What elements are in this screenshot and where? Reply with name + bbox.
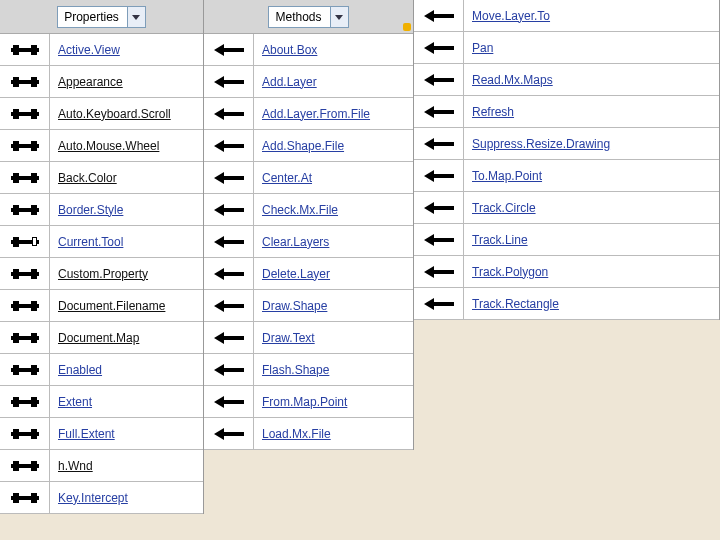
member-link[interactable]: Document.Filename [58,299,165,313]
member-link[interactable]: Track.Polygon [472,265,548,279]
svg-marker-17 [424,74,454,86]
member-link[interactable]: Key.Intercept [58,491,128,505]
svg-marker-10 [214,300,244,312]
member-link[interactable]: Suppress.Resize.Drawing [472,137,610,151]
label-cell: Extent [50,386,203,417]
member-link[interactable]: Add.Shape.File [262,139,344,153]
label-cell: Check.Mx.File [254,194,413,225]
method-arrow-icon [424,74,454,86]
member-link[interactable]: Clear.Layers [262,235,329,249]
method-arrow-icon [214,300,244,312]
member-row: Delete.Layer [204,258,413,290]
member-link[interactable]: Current.Tool [58,235,123,249]
member-row: Draw.Text [204,322,413,354]
icon-cell [414,96,464,127]
icon-cell [414,32,464,63]
label-cell: Draw.Text [254,322,413,353]
method-arrow-icon [424,170,454,182]
member-link[interactable]: Add.Layer.From.File [262,107,370,121]
icon-cell [0,194,50,225]
icon-cell [414,224,464,255]
icon-cell [204,194,254,225]
member-link[interactable]: Draw.Text [262,331,315,345]
member-link[interactable]: To.Map.Point [472,169,542,183]
member-row: Check.Mx.File [204,194,413,226]
member-link[interactable]: Document.Map [58,331,139,345]
property-icon [11,141,39,151]
icon-cell [204,130,254,161]
method-arrow-icon [214,140,244,152]
method-arrow-icon [214,172,244,184]
member-link[interactable]: Check.Mx.File [262,203,338,217]
member-link[interactable]: Custom.Property [58,267,148,281]
member-row: About.Box [204,34,413,66]
member-link[interactable]: Full.Extent [58,427,115,441]
member-link[interactable]: Enabled [58,363,102,377]
label-cell: Document.Map [50,322,203,353]
member-link[interactable]: Draw.Shape [262,299,327,313]
property-icon [11,333,39,343]
member-link[interactable]: Extent [58,395,92,409]
property-icon [11,461,39,471]
chevron-down-icon[interactable] [330,7,348,27]
label-cell: Refresh [464,96,719,127]
member-link[interactable]: Appearance [58,75,123,89]
label-cell: Auto.Mouse.Wheel [50,130,203,161]
member-row: Auto.Mouse.Wheel [0,130,203,162]
properties-column: PropertiesActive.ViewAppearanceAuto.Keyb… [0,0,204,514]
svg-marker-15 [424,10,454,22]
member-row: Clear.Layers [204,226,413,258]
member-row: Load.Mx.File [204,418,413,450]
icon-cell [0,130,50,161]
methods-column: MethodsAbout.BoxAdd.LayerAdd.Layer.From.… [204,0,414,450]
icon-cell [414,256,464,287]
icon-cell [0,162,50,193]
member-row: Refresh [414,96,719,128]
label-cell: Custom.Property [50,258,203,289]
member-link[interactable]: Track.Line [472,233,528,247]
property-icon [11,237,39,247]
member-link[interactable]: Delete.Layer [262,267,330,281]
property-icon [11,429,39,439]
svg-marker-20 [424,170,454,182]
member-link[interactable]: Flash.Shape [262,363,329,377]
member-link[interactable]: Center.At [262,171,312,185]
member-row: Enabled [0,354,203,386]
icon-cell [0,354,50,385]
svg-marker-13 [214,396,244,408]
member-link[interactable]: Back.Color [58,171,117,185]
member-link[interactable]: Active.View [58,43,120,57]
member-link[interactable]: Track.Rectangle [472,297,559,311]
category-dropdown[interactable]: Methods [268,6,348,28]
member-link[interactable]: Auto.Keyboard.Scroll [58,107,171,121]
label-cell: Track.Circle [464,192,719,223]
chevron-down-icon[interactable] [127,7,145,27]
svg-marker-18 [424,106,454,118]
member-link[interactable]: Auto.Mouse.Wheel [58,139,159,153]
member-link[interactable]: Track.Circle [472,201,536,215]
icon-cell [204,162,254,193]
method-arrow-icon [214,428,244,440]
member-link[interactable]: Load.Mx.File [262,427,331,441]
member-row: Back.Color [0,162,203,194]
icon-cell [414,288,464,319]
member-link[interactable]: Border.Style [58,203,123,217]
category-dropdown[interactable]: Properties [57,6,146,28]
member-link[interactable]: Pan [472,41,493,55]
svg-marker-7 [214,204,244,216]
member-link[interactable]: h.Wnd [58,459,93,473]
icon-cell [0,290,50,321]
member-row: To.Map.Point [414,160,719,192]
member-link[interactable]: Refresh [472,105,514,119]
member-row: Add.Layer.From.File [204,98,413,130]
svg-marker-6 [214,172,244,184]
property-icon [11,77,39,87]
member-link[interactable]: From.Map.Point [262,395,347,409]
member-row: Active.View [0,34,203,66]
member-link[interactable]: Read.Mx.Maps [472,73,553,87]
member-link[interactable]: Add.Layer [262,75,317,89]
member-link[interactable]: Move.Layer.To [472,9,550,23]
member-row: Pan [414,32,719,64]
member-link[interactable]: About.Box [262,43,317,57]
label-cell: Draw.Shape [254,290,413,321]
